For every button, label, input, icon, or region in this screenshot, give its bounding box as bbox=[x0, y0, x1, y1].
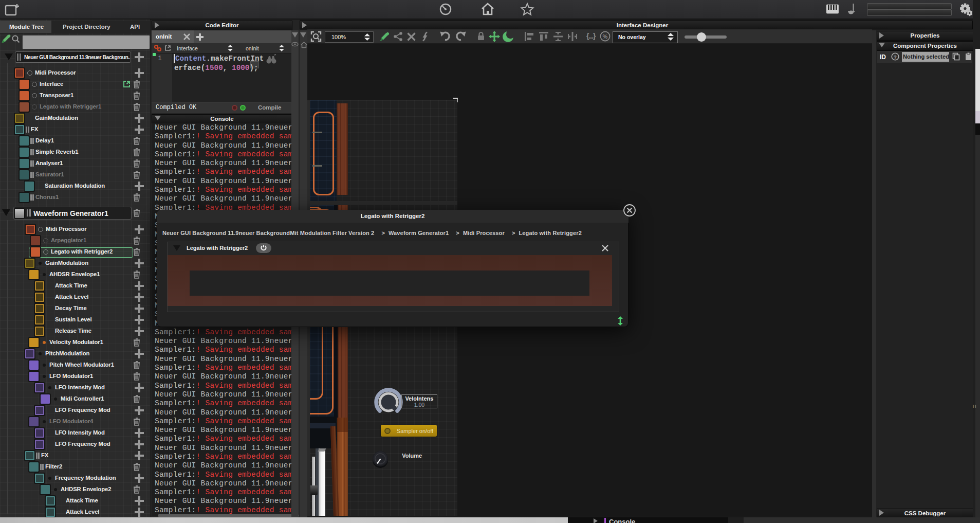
svg-text:?: ? bbox=[894, 54, 897, 60]
svg-text:%: % bbox=[603, 33, 608, 40]
